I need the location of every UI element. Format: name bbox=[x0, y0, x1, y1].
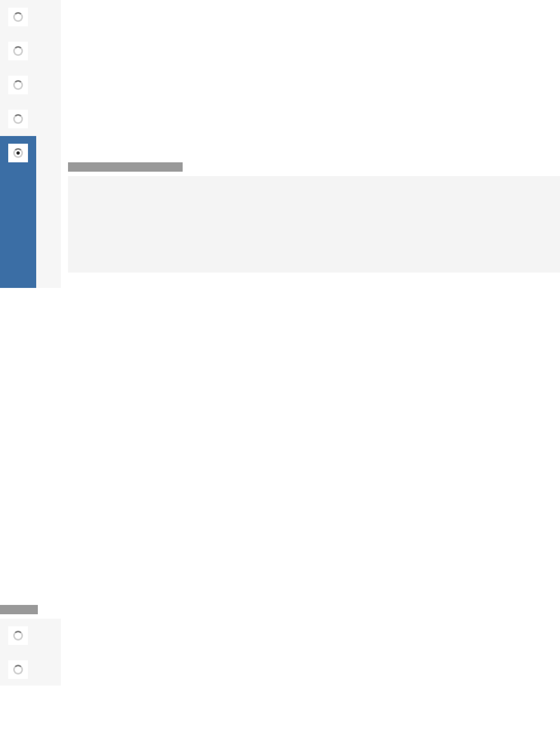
loading-icon bbox=[13, 631, 23, 641]
loading-icon bbox=[13, 148, 23, 158]
sidebar-top bbox=[0, 0, 61, 288]
content-panel bbox=[68, 176, 560, 273]
sidebar-item-2[interactable] bbox=[0, 34, 36, 68]
icon-container bbox=[8, 8, 28, 26]
sidebar-selection-indicator bbox=[0, 170, 36, 288]
content-header-placeholder bbox=[68, 162, 183, 172]
loading-icon bbox=[13, 12, 23, 22]
loading-icon bbox=[13, 665, 23, 675]
loading-icon bbox=[13, 114, 23, 124]
icon-container bbox=[8, 144, 28, 162]
icon-container bbox=[8, 76, 28, 94]
sidebar-item-5[interactable] bbox=[0, 136, 36, 170]
sidebar-item-6[interactable] bbox=[0, 619, 36, 653]
sidebar-item-7[interactable] bbox=[0, 653, 36, 687]
sidebar-item-4[interactable] bbox=[0, 102, 36, 136]
sidebar-item-3[interactable] bbox=[0, 68, 36, 102]
secondary-header-placeholder bbox=[0, 605, 38, 614]
loading-icon bbox=[13, 46, 23, 56]
icon-container bbox=[8, 110, 28, 128]
loading-icon bbox=[13, 80, 23, 90]
sidebar-item-1[interactable] bbox=[0, 0, 36, 34]
icon-container bbox=[8, 626, 28, 645]
icon-container bbox=[8, 42, 28, 60]
sidebar-bottom bbox=[0, 619, 61, 686]
icon-container bbox=[8, 660, 28, 679]
